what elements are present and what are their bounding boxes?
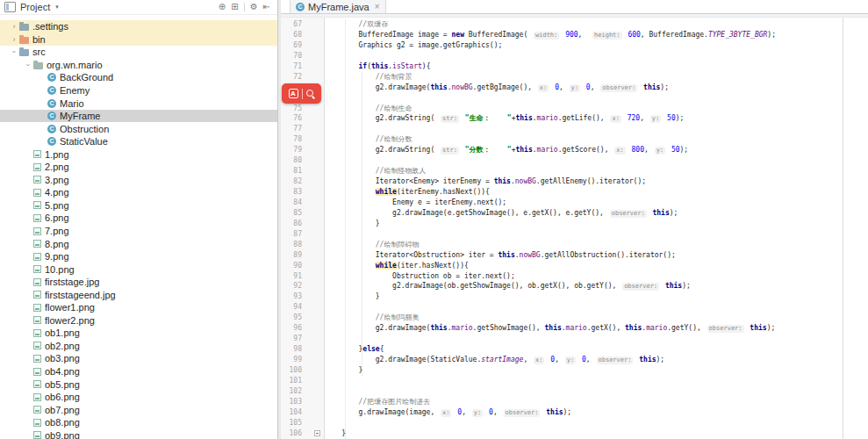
tree-item-ob6-png[interactable]: ob6.png [0,391,277,404]
tree-item-mario[interactable]: CMario [0,97,277,110]
code-line-95[interactable]: //绘制玛丽奥 [325,313,868,323]
tree-item-1-png[interactable]: 1.png [0,148,277,161]
tree-item-6-png[interactable]: 6.png [0,212,277,225]
line-number[interactable]: 101 [281,376,302,386]
code-line-100[interactable]: } [325,365,868,376]
code-line-94[interactable] [325,302,868,313]
tree-item-firststageend-jpg[interactable]: firststageend.jpg [0,288,277,301]
settings-icon[interactable]: ⚙ [250,1,258,13]
select-opened-file-icon[interactable]: ⊕ [219,1,226,13]
tree-chevron-icon[interactable]: › [10,47,18,57]
tree-item-ob5-png[interactable]: ob5.png [0,378,277,391]
code-line-83[interactable]: while(iterEnemy.hasNext()){ [325,187,868,198]
tree-item-flower1-png[interactable]: flower1.png [0,301,277,314]
close-icon[interactable]: × [375,3,380,11]
line-number[interactable]: 102 [281,386,302,397]
line-number[interactable]: 70 [281,51,302,61]
tree-chevron-icon[interactable]: › [9,35,19,44]
editor-gutter[interactable]: 6768697071727374757677787980818283848586… [281,18,325,439]
tree-item-bin[interactable]: ›bin [0,33,277,47]
tree-item-firststage-jpg[interactable]: firststage.jpg [0,276,277,289]
tree-chevron-icon[interactable]: › [9,22,19,31]
code-line-93[interactable]: } [325,291,868,302]
line-number[interactable]: 68 [281,30,302,40]
line-number[interactable]: 105 [281,418,302,428]
line-number[interactable]: 87 [281,229,302,240]
collapse-all-icon[interactable]: ⊞ [231,1,238,13]
line-number[interactable]: 99 [281,355,302,365]
code-line-105[interactable] [325,418,868,428]
line-number[interactable]: 92 [281,281,302,291]
code-line-85[interactable]: g2.drawImage(e.getShowImage(), e.getX(),… [325,208,868,219]
line-number[interactable]: 76 [281,113,302,124]
code-line-79[interactable]: g2.drawString( str: "分数： "+this.mario.ge… [325,145,868,155]
code-line-76[interactable]: g2.drawString( str: "生命： "+this.mario.ge… [325,113,868,124]
tree-item-ob7-png[interactable]: ob7.png [0,403,277,416]
tree-item-ob9-png[interactable]: ob9.png [0,429,277,439]
code-line-102[interactable] [325,386,868,397]
tree-item-org-wn-mario[interactable]: ›org.wn.mario [0,59,277,72]
line-number[interactable]: 86 [281,219,302,229]
search-icon[interactable] [306,90,315,98]
code-line-86[interactable]: } [325,219,868,229]
code-line-82[interactable]: Iterator<Enemy> iterEnemy = this.nowBG.g… [325,176,868,187]
code-line-98[interactable]: }else{ [325,344,868,355]
line-number[interactable]: 96 [281,323,302,334]
line-number[interactable]: 82 [281,176,302,187]
code-line-72[interactable]: //绘制背景 [325,72,868,83]
line-number[interactable]: 94 [281,302,302,313]
code-line-68[interactable]: BufferedImage image = new BufferedImage(… [325,30,868,40]
tree-item--settings[interactable]: ›.settings [0,20,277,33]
fold-marker-icon[interactable] [314,430,320,436]
translate-icon[interactable]: A [289,89,298,98]
code-line-75[interactable]: //绘制生命 [325,104,868,114]
line-number[interactable]: 98 [281,344,302,355]
line-number[interactable]: 103 [281,397,302,407]
tree-item-myframe[interactable]: CMyFrame [0,110,277,123]
tree-item-4-png[interactable]: 4.png [0,186,277,199]
code-line-78[interactable]: //绘制分数 [325,134,868,145]
line-number[interactable]: 75 [281,104,302,114]
line-number[interactable]: 106 [281,428,302,439]
code-line-80[interactable] [325,155,868,166]
code-line-96[interactable]: g2.drawImage(this.mario.getShowImage(), … [325,323,868,334]
tree-item-ob1-png[interactable]: ob1.png [0,327,277,340]
code-line-84[interactable]: Enemy e = iterEnemy.next(); [325,198,868,208]
line-number[interactable]: 100 [281,365,302,376]
tree-item-ob2-png[interactable]: ob2.png [0,340,277,353]
line-number[interactable]: 83 [281,187,302,198]
code-viewport[interactable]: //双缓存 BufferedImage image = new Buffered… [325,18,868,439]
code-line-89[interactable]: Iterator<Obstruction> iter = this.nowBG.… [325,250,868,261]
line-number[interactable]: 104 [281,407,302,418]
tree-item-staticvalue[interactable]: CStaticValue [0,135,277,148]
line-number[interactable]: 80 [281,155,302,166]
line-number[interactable]: 91 [281,271,302,282]
hide-panel-icon[interactable]: ⇤ [263,1,270,13]
tree-item-9-png[interactable]: 9.png [0,250,277,263]
tree-item-ob4-png[interactable]: ob4.png [0,365,277,378]
code-line-69[interactable]: Graphics g2 = image.getGraphics(); [325,40,868,51]
code-line-88[interactable]: //绘制障碍物 [325,240,868,250]
code-line-71[interactable]: if(this.isStart){ [325,61,868,72]
line-number[interactable]: 79 [281,145,302,155]
code-line-101[interactable] [325,376,868,386]
tree-item-src[interactable]: ›src [0,46,277,59]
tree-item-ob3-png[interactable]: ob3.png [0,352,277,365]
tree-item-10-png[interactable]: 10.png [0,263,277,276]
tree-item-enemy[interactable]: CEnemy [0,84,277,97]
code-line-91[interactable]: Obstruction ob = iter.next(); [325,271,868,282]
tree-item-obstruction[interactable]: CObstruction [0,122,277,135]
code-line-90[interactable]: while(iter.hasNext()){ [325,261,868,271]
line-number[interactable]: 67 [281,19,302,30]
line-number[interactable]: 84 [281,198,302,208]
tree-item-5-png[interactable]: 5.png [0,199,277,212]
tree-item-background[interactable]: CBackGround [0,71,277,84]
tree-item-ob8-png[interactable]: ob8.png [0,416,277,429]
code-line-81[interactable]: //绘制怪物敌人 [325,166,868,176]
code-line-106[interactable]: } [325,428,868,439]
tree-item-flower2-png[interactable]: flower2.png [0,314,277,327]
tree-item-7-png[interactable]: 7.png [0,225,277,238]
tree-item-3-png[interactable]: 3.png [0,174,277,187]
line-number[interactable]: 90 [281,261,302,271]
tree-item-2-png[interactable]: 2.png [0,161,277,174]
